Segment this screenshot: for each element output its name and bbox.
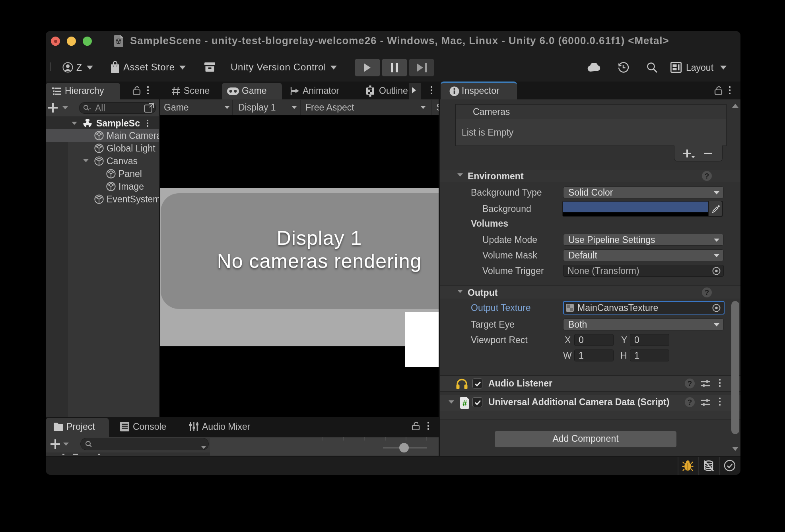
svg-text:#: # <box>462 399 467 408</box>
